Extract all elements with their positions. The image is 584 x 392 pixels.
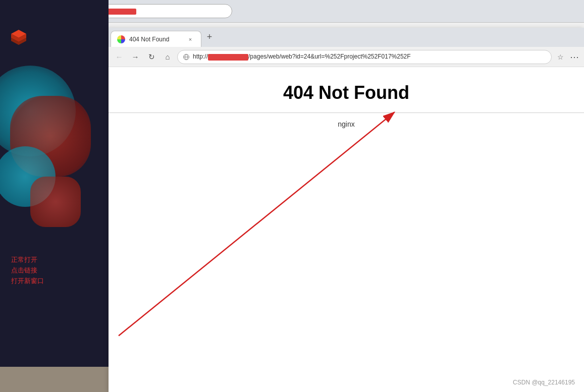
- divider: [109, 113, 584, 113]
- inner-home-button[interactable]: ⌂: [161, 50, 174, 64]
- address-bar-row: ← → ↻ ⌂ http:///pages/web/web?id=24&url=…: [109, 47, 584, 67]
- inner-url-text: http:///pages/web/web?id=24&url=%252Fpro…: [193, 53, 546, 60]
- svg-line-8: [119, 113, 394, 336]
- new-tab-button[interactable]: +: [202, 30, 217, 44]
- nginx-label: nginx: [109, 120, 584, 128]
- tab-close-button[interactable]: ×: [186, 35, 195, 44]
- sidebar-art: [0, 55, 109, 247]
- tab-label: 404 Not Found: [129, 36, 182, 43]
- tab-bar: 404 Not Found × +: [109, 28, 584, 47]
- watermark: CSDN @qq_22146195: [513, 379, 575, 386]
- bookmark-star-icon[interactable]: ☆: [555, 51, 566, 63]
- more-options-icon[interactable]: ⋯: [569, 51, 580, 63]
- embedded-browser: 404 Not Found × + ← → ↻ ⌂ http:///pages/…: [109, 28, 584, 392]
- logo-icon: [9, 28, 28, 47]
- sidebar-scroll: [0, 367, 109, 392]
- inner-reload-button[interactable]: ↻: [145, 50, 158, 64]
- left-sidebar: 正常打开 点击链接 打开新窗口: [0, 0, 109, 392]
- sidebar-logo: [9, 28, 28, 47]
- tab-favicon-icon: [117, 35, 125, 43]
- annotation-arrow: [109, 67, 584, 392]
- annotation-text: 正常打开 点击链接 打开新窗口: [11, 255, 44, 286]
- browser-tab[interactable]: 404 Not Found ×: [111, 31, 201, 47]
- error-title: 404 Not Found: [109, 82, 584, 103]
- inner-forward-button[interactable]: →: [129, 50, 142, 64]
- inner-back-button[interactable]: ←: [113, 50, 126, 64]
- globe-icon: [183, 53, 190, 61]
- inner-address-bar[interactable]: http:///pages/web/web?id=24&url=%252Fpro…: [177, 50, 552, 64]
- page-content: 404 Not Found nginx: [109, 67, 584, 392]
